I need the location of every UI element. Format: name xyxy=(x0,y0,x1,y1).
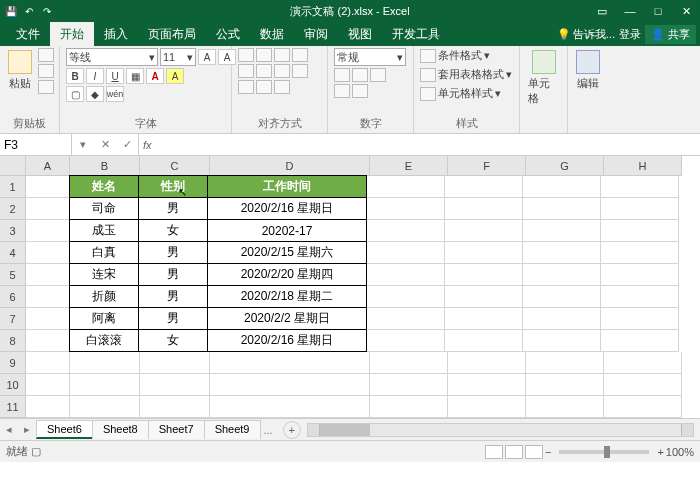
zoom-thumb[interactable] xyxy=(604,446,610,458)
tab-file[interactable]: 文件 xyxy=(6,22,50,46)
cell[interactable]: 白滚滚 xyxy=(69,329,139,352)
number-format-select[interactable]: 常规▾ xyxy=(334,48,406,66)
format-painter-icon[interactable] xyxy=(38,80,54,94)
cell[interactable]: 性别 xyxy=(138,175,208,198)
cell[interactable] xyxy=(604,374,682,396)
cell[interactable]: 男 xyxy=(138,307,208,330)
tab-insert[interactable]: 插入 xyxy=(94,22,138,46)
share-button[interactable]: 👤 共享 xyxy=(645,25,696,44)
cell[interactable] xyxy=(26,330,70,352)
cell[interactable] xyxy=(526,352,604,374)
cell[interactable] xyxy=(445,330,523,352)
underline-button[interactable]: U xyxy=(106,68,124,84)
cell[interactable] xyxy=(601,264,679,286)
cell[interactable] xyxy=(601,198,679,220)
row-header[interactable]: 3 xyxy=(0,220,26,242)
cell[interactable]: 2020/2/16 星期日 xyxy=(207,197,367,220)
row-header[interactable]: 4 xyxy=(0,242,26,264)
tab-review[interactable]: 审阅 xyxy=(294,22,338,46)
tab-developer[interactable]: 开发工具 xyxy=(382,22,450,46)
close-icon[interactable]: ✕ xyxy=(672,0,700,22)
cell[interactable] xyxy=(210,374,370,396)
italic-button[interactable]: I xyxy=(86,68,104,84)
select-all-corner[interactable] xyxy=(0,156,26,176)
column-header[interactable]: E xyxy=(370,156,448,176)
cell[interactable] xyxy=(523,264,601,286)
cell[interactable] xyxy=(26,176,70,198)
cell[interactable] xyxy=(70,352,140,374)
cells-button[interactable]: 单元格 xyxy=(526,48,561,108)
undo-icon[interactable]: ↶ xyxy=(22,4,36,18)
column-header[interactable]: B xyxy=(70,156,140,176)
zoom-in-button[interactable]: + xyxy=(657,446,663,458)
cell[interactable] xyxy=(70,374,140,396)
scroll-right-icon[interactable] xyxy=(681,424,693,436)
login-button[interactable]: 登录 xyxy=(619,27,641,42)
tab-home[interactable]: 开始 xyxy=(50,22,94,46)
cell[interactable]: 成玉 xyxy=(69,219,139,242)
cell[interactable] xyxy=(445,242,523,264)
increase-indent-icon[interactable] xyxy=(256,80,272,94)
percent-icon[interactable] xyxy=(352,68,368,82)
normal-view-icon[interactable] xyxy=(485,445,503,459)
worksheet-grid[interactable]: ABCDEFGH 1234567891011 姓名性别工作时间司命男2020/2… xyxy=(0,156,700,418)
row-header[interactable]: 7 xyxy=(0,308,26,330)
sheet-nav-next-icon[interactable]: ▸ xyxy=(18,423,36,436)
page-layout-view-icon[interactable] xyxy=(505,445,523,459)
cancel-formula-icon[interactable]: ✕ xyxy=(94,138,116,151)
row-header[interactable]: 10 xyxy=(0,374,26,396)
cell[interactable]: 2020/2/16 星期日 xyxy=(207,329,367,352)
copy-icon[interactable] xyxy=(38,64,54,78)
macro-record-icon[interactable]: ▢ xyxy=(31,445,41,457)
phonetic-button[interactable]: wén xyxy=(106,86,124,102)
sheet-nav-prev-icon[interactable]: ◂ xyxy=(0,423,18,436)
row-header[interactable]: 9 xyxy=(0,352,26,374)
cell[interactable] xyxy=(523,242,601,264)
cell-styles-button[interactable]: 单元格样式▾ xyxy=(420,86,501,101)
cell[interactable]: 工作时间 xyxy=(207,175,367,198)
row-header[interactable]: 6 xyxy=(0,286,26,308)
cell[interactable]: 男 xyxy=(138,263,208,286)
cell[interactable]: 司命 xyxy=(69,197,139,220)
minimize-icon[interactable]: — xyxy=(616,0,644,22)
cell[interactable] xyxy=(26,352,70,374)
tab-page-layout[interactable]: 页面布局 xyxy=(138,22,206,46)
merge-cells-icon[interactable] xyxy=(274,80,290,94)
cell[interactable] xyxy=(26,220,70,242)
cell[interactable] xyxy=(445,198,523,220)
zoom-out-button[interactable]: − xyxy=(545,446,551,458)
row-header[interactable]: 2 xyxy=(0,198,26,220)
comma-icon[interactable] xyxy=(370,68,386,82)
cell[interactable] xyxy=(367,198,445,220)
cell[interactable] xyxy=(367,242,445,264)
cell[interactable] xyxy=(523,176,601,198)
cell[interactable] xyxy=(367,220,445,242)
cell[interactable] xyxy=(26,308,70,330)
row-header[interactable]: 11 xyxy=(0,396,26,418)
align-center-icon[interactable] xyxy=(256,64,272,78)
column-header[interactable]: A xyxy=(26,156,70,176)
font-size-select[interactable]: 11▾ xyxy=(160,48,196,66)
cell[interactable]: 男 xyxy=(138,285,208,308)
align-bottom-icon[interactable] xyxy=(274,48,290,62)
cell[interactable] xyxy=(445,308,523,330)
cell[interactable] xyxy=(601,176,679,198)
cell[interactable] xyxy=(523,198,601,220)
cell[interactable] xyxy=(140,352,210,374)
format-as-table-button[interactable]: 套用表格格式▾ xyxy=(420,67,512,82)
cell[interactable] xyxy=(370,374,448,396)
cell[interactable] xyxy=(445,220,523,242)
column-header[interactable]: F xyxy=(448,156,526,176)
zoom-level[interactable]: 100% xyxy=(666,446,694,458)
cell[interactable] xyxy=(604,352,682,374)
cell[interactable] xyxy=(448,352,526,374)
cell[interactable] xyxy=(367,286,445,308)
align-top-icon[interactable] xyxy=(238,48,254,62)
cell[interactable] xyxy=(523,220,601,242)
cell[interactable] xyxy=(601,330,679,352)
editing-button[interactable]: 编辑 xyxy=(574,48,602,93)
cell[interactable] xyxy=(604,396,682,418)
cell[interactable] xyxy=(445,176,523,198)
sheet-tab[interactable]: Sheet7 xyxy=(148,420,205,439)
align-left-icon[interactable] xyxy=(238,64,254,78)
